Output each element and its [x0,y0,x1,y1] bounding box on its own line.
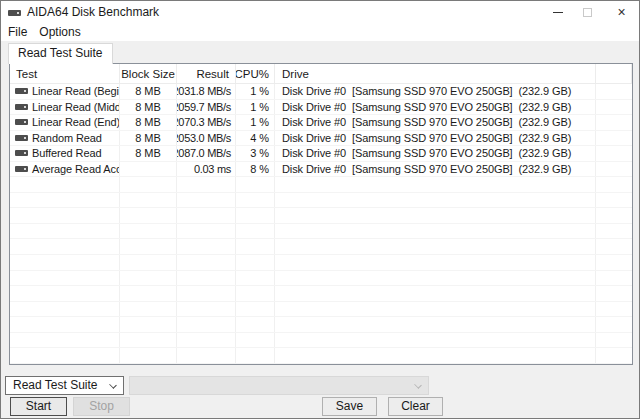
table-row[interactable]: Buffered Read 8 MB 2087.0 MB/s 3 % Disk … [10,146,632,162]
cell-result [177,317,236,332]
cell-cpu [236,193,275,208]
cell-result [177,224,236,239]
table-header-row: Test Block Size Result CPU% Drive [10,64,632,84]
cell-cpu: 1 % [236,100,275,115]
column-header-test[interactable]: Test [10,64,120,83]
window-title: AIDA64 Disk Benchmark [27,1,159,23]
cell-cpu: 1 % [236,84,275,99]
clear-button[interactable]: Clear [388,397,443,416]
cell-drive: Disk Drive #0 [Samsung SSD 970 EVO 250GB… [275,131,596,146]
table-row [10,317,632,333]
cell-drive [275,177,596,192]
cell-cpu [236,333,275,348]
cell-test: Linear Read (End) [32,116,120,128]
drive-row-icon [15,104,28,110]
menu-options[interactable]: Options [33,23,86,41]
drive-row-icon [15,88,28,94]
cell-test: Linear Read (Middle) [32,101,120,113]
cell-drive: Disk Drive #0 [Samsung SSD 970 EVO 250GB… [275,162,596,177]
table-row [10,239,632,255]
menubar: File Options [1,23,639,41]
chevron-down-icon [414,381,422,389]
cell-result [177,208,236,223]
cell-result [177,286,236,301]
table-row[interactable]: Average Read Access 0.03 ms 8 % Disk Dri… [10,162,632,178]
column-header-drive[interactable]: Drive [275,64,596,83]
titlebar: AIDA64 Disk Benchmark × [1,1,639,23]
cell-result [177,239,236,254]
table-row [10,208,632,224]
cell-drive [275,302,596,317]
cell-block-size [120,286,177,301]
table-row[interactable]: Linear Read (Begin) 8 MB 2031.8 MB/s 1 %… [10,84,632,100]
cell-block-size [120,333,177,348]
cell-drive [275,317,596,332]
cell-cpu [236,224,275,239]
cell-block-size: 8 MB [120,146,177,161]
drive-row-icon [15,166,28,172]
column-header-result[interactable]: Result [177,64,236,83]
table-row [10,348,632,364]
cell-drive [275,271,596,286]
start-button[interactable]: Start [10,397,67,416]
app-window: AIDA64 Disk Benchmark × File Options Rea… [0,0,640,419]
table-row[interactable]: Linear Read (Middle) 8 MB 2059.7 MB/s 1 … [10,100,632,116]
cell-cpu [236,239,275,254]
cell-cpu [236,208,275,223]
cell-block-size [120,302,177,317]
cell-cpu: 4 % [236,131,275,146]
cell-result [177,302,236,317]
save-button[interactable]: Save [322,397,377,416]
cell-cpu [236,317,275,332]
cell-result [177,255,236,270]
tab-read-test-suite[interactable]: Read Test Suite [8,43,113,64]
cell-cpu [236,286,275,301]
cell-cpu [236,177,275,192]
cell-drive: Disk Drive #0 [Samsung SSD 970 EVO 250GB… [275,84,596,99]
cell-block-size [120,348,177,363]
cell-block-size: 8 MB [120,115,177,130]
drive-row-icon [15,135,28,141]
drive-row-icon [15,150,28,156]
cell-drive [275,239,596,254]
cell-block-size [120,208,177,223]
cell-cpu [236,271,275,286]
table-row[interactable]: Linear Read (End) 8 MB 2070.3 MB/s 1 % D… [10,115,632,131]
cell-result [177,333,236,348]
close-button[interactable]: × [606,1,637,23]
column-header-block-size[interactable]: Block Size [120,64,177,83]
cell-block-size [120,317,177,332]
cell-result [177,271,236,286]
drive-row-icon [15,119,28,125]
table-row [10,224,632,240]
column-header-cpu[interactable]: CPU% [236,64,275,83]
menu-file[interactable]: File [2,23,33,41]
cell-block-size [120,177,177,192]
cell-block-size [120,224,177,239]
cell-drive [275,193,596,208]
table-row [10,193,632,209]
cell-test: Buffered Read [32,147,101,159]
table-row [10,177,632,193]
cell-cpu [236,255,275,270]
results-table: Test Block Size Result CPU% Drive Linear… [9,63,633,365]
table-row [10,302,632,318]
cell-drive [275,224,596,239]
minimize-icon [553,12,563,13]
table-row[interactable]: Random Read 8 MB 2053.0 MB/s 4 % Disk Dr… [10,131,632,147]
suite-select-value: Read Test Suite [13,378,98,392]
cell-drive: Disk Drive #0 [Samsung SSD 970 EVO 250GB… [275,100,596,115]
close-icon: × [617,5,625,19]
cell-result [177,348,236,363]
cell-drive [275,348,596,363]
cell-result: 2070.3 MB/s [177,115,236,130]
cell-result [177,193,236,208]
table-row [10,333,632,349]
suite-select[interactable]: Read Test Suite [5,376,124,395]
cell-drive [275,255,596,270]
maximize-button [572,1,603,23]
cell-result: 2059.7 MB/s [177,100,236,115]
maximize-icon [583,8,592,17]
tabstrip: Read Test Suite [1,41,639,63]
minimize-button[interactable] [542,1,573,23]
